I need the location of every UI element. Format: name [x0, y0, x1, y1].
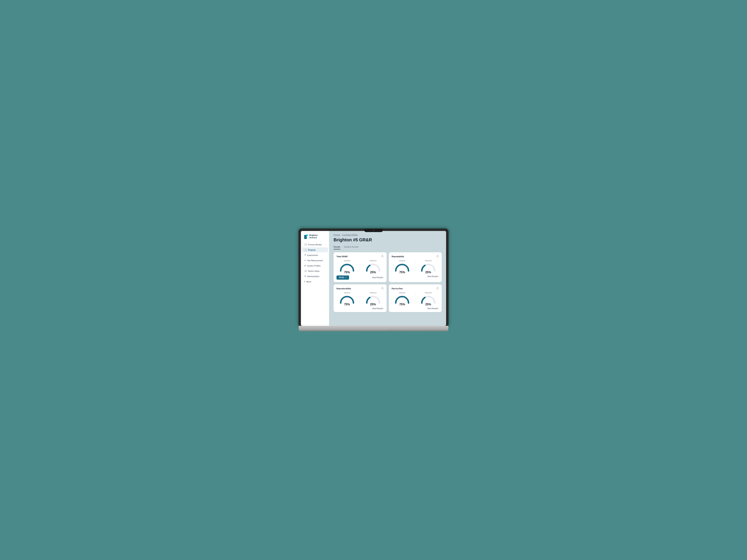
tolerance-label: Tolerance — [425, 292, 432, 294]
tolerance-gauge: Tolerance 25% — [365, 292, 381, 306]
tolerance-label: Tolerance — [369, 292, 377, 294]
view-results-link[interactable]: View Results › — [427, 275, 439, 277]
sidebar-item-test-measurement[interactable]: ⊙ Test Measurement — [302, 258, 328, 263]
process-monitor-icon: ⬜ — [304, 243, 307, 246]
tolerance-value: 25% — [370, 271, 376, 274]
svg-point-1 — [306, 234, 308, 236]
tolerance-label: Tolerance — [369, 260, 377, 262]
variance-gauge: Variance 75% — [394, 260, 410, 274]
sidebar-item-label: Projects — [308, 249, 315, 251]
experiments-icon: ⚗ — [304, 254, 306, 256]
card-header: Total GR&R — [336, 255, 384, 258]
gauges-row: Variance 75% Tolerance — [336, 292, 384, 306]
share-icon[interactable] — [436, 255, 439, 258]
tolerance-gauge: Tolerance 25% — [420, 260, 436, 274]
administration-icon: ⚙ — [304, 275, 306, 277]
gauge-divider — [415, 261, 415, 272]
sidebar: BrightonScience ⬜ Process Monitor › ⬜ Pr… — [301, 231, 329, 326]
variance-label: Variance — [344, 292, 350, 294]
tolerance-gauge-svg — [420, 263, 436, 272]
variance-gauge: Variance 75% — [339, 292, 355, 306]
sidebar-item-about[interactable]: ℹ About — [302, 279, 328, 284]
gauges-row: Variance 75% — [336, 260, 384, 274]
projects-icon: ⬜ — [304, 249, 307, 251]
share-icon[interactable] — [436, 287, 439, 290]
chevron-icon: › — [325, 244, 326, 245]
variance-label: Variance — [344, 260, 350, 262]
main-content: Projects › Completed GR&Rs Brighton #5 G… — [329, 231, 446, 326]
card-reproducibility: Reproducibility Variance — [334, 284, 387, 312]
tolerance-gauge: Tolerance 25% — [420, 292, 436, 306]
arrow-icon: › — [383, 276, 384, 278]
brighton-science-logo-icon — [303, 234, 308, 239]
tolerance-value: 25% — [425, 303, 431, 306]
card-footer: View Results › — [392, 275, 439, 277]
surface-profiles-icon: ⊞ — [304, 265, 306, 267]
card-title: Repeatability — [392, 256, 404, 258]
sidebar-item-label: Surface Profiles — [307, 265, 320, 267]
arrow-icon: › — [438, 308, 439, 310]
variance-gauge-svg — [339, 263, 355, 272]
view-results-link[interactable]: View Results › — [372, 276, 384, 278]
card-title: Part-to-Part — [392, 288, 403, 290]
laptop-foot — [299, 330, 448, 331]
sidebar-item-label: Device Setup — [308, 270, 319, 272]
card-part-to-part: Part-to-Part Variance — [389, 284, 442, 312]
breadcrumb-separator: › — [341, 234, 341, 236]
laptop-notch — [364, 229, 383, 232]
view-results-link[interactable]: View Results › — [372, 308, 384, 310]
tolerance-gauge-svg — [365, 295, 381, 304]
sidebar-item-device-setup[interactable]: ⬜ Device Setup — [302, 268, 328, 273]
app-layout: BrightonScience ⬜ Process Monitor › ⬜ Pr… — [301, 231, 446, 326]
card-footer: View Results › — [392, 308, 439, 310]
tabs: Results Detailed Results — [334, 245, 442, 249]
test-measurement-icon: ⊙ — [304, 259, 306, 262]
card-header: Repeatability — [392, 255, 439, 258]
gauge-divider — [360, 293, 360, 304]
sidebar-item-administration[interactable]: ⚙ Administration › — [302, 274, 328, 279]
tab-results[interactable]: Results — [334, 245, 340, 249]
cards-grid: Total GR&R Variance — [334, 252, 442, 312]
device-setup-icon: ⬜ — [304, 270, 307, 272]
sidebar-item-projects[interactable]: ⬜ Projects — [302, 247, 328, 252]
variance-value: 75% — [344, 303, 350, 306]
sidebar-item-label: Administration — [307, 275, 319, 277]
breadcrumb-projects[interactable]: Projects — [334, 234, 340, 236]
variance-value: 75% — [344, 271, 350, 274]
tolerance-gauge: Tolerance 25% — [365, 260, 381, 274]
variance-label: Variance — [399, 292, 406, 294]
variance-label: Variance — [399, 260, 406, 262]
card-footer: View Results › — [336, 308, 384, 310]
page-title: Brighton #5 GR&R — [334, 237, 442, 242]
tolerance-gauge-svg — [420, 295, 436, 304]
tab-detailed-results[interactable]: Detailed Results — [344, 245, 359, 249]
laptop-wrapper: BrightonScience ⬜ Process Monitor › ⬜ Pr… — [299, 229, 448, 331]
pass-badge: PASS ✓ — [336, 275, 349, 279]
card-header: Reproducibility — [336, 287, 384, 290]
card-title: Reproducibility — [336, 288, 351, 290]
logo-text: BrightonScience — [309, 234, 318, 239]
card-title: Total GR&R — [336, 256, 347, 258]
sidebar-item-label: Test Measurement — [307, 259, 323, 262]
tolerance-value: 25% — [425, 271, 431, 274]
arrow-icon: › — [383, 308, 384, 310]
variance-value: 75% — [399, 303, 405, 306]
sidebar-item-surface-profiles[interactable]: ⊞ Surface Profiles — [302, 263, 328, 268]
gauge-divider — [415, 293, 415, 304]
check-icon: ✓ — [345, 276, 347, 278]
card-footer: PASS ✓ View Results › — [336, 275, 384, 279]
view-results-link[interactable]: View Results › — [427, 308, 439, 310]
card-header: Part-to-Part — [392, 287, 439, 290]
share-icon[interactable] — [381, 287, 384, 290]
sidebar-nav: ⬜ Process Monitor › ⬜ Projects ⚗ Experim… — [301, 242, 329, 323]
variance-gauge: Variance 75% — [339, 260, 355, 274]
laptop-screen: BrightonScience ⬜ Process Monitor › ⬜ Pr… — [301, 231, 446, 326]
chevron-icon: › — [325, 275, 326, 277]
share-icon[interactable] — [381, 255, 384, 258]
sidebar-logo: BrightonScience — [301, 234, 329, 242]
gauges-row: Variance 75% Tolerance — [392, 260, 439, 274]
sidebar-item-process-monitor[interactable]: ⬜ Process Monitor › — [302, 242, 328, 247]
tolerance-value: 25% — [370, 303, 376, 306]
breadcrumb-completed-grrs[interactable]: Completed GR&Rs — [342, 234, 358, 236]
sidebar-item-experiments[interactable]: ⚗ Experiments — [302, 252, 328, 258]
